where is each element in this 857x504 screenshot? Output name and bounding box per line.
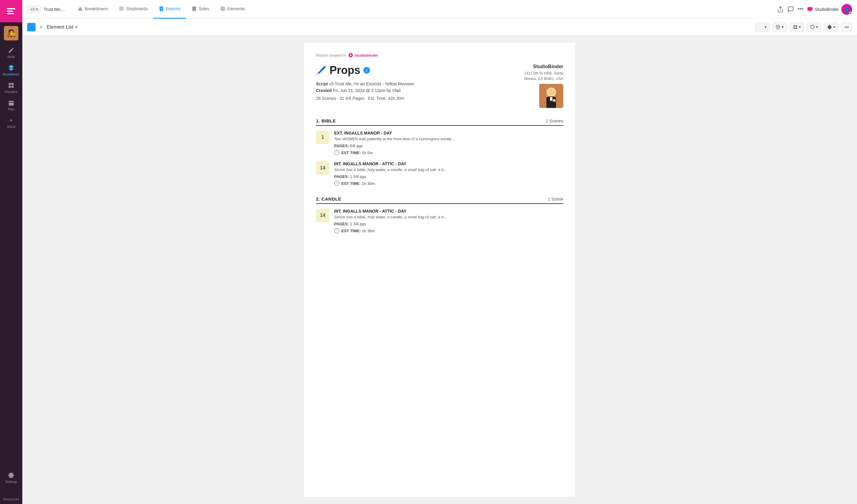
content-area: Report created in studiobinder 🖊️ Props … (22, 36, 857, 504)
toolbar-color-swatch (27, 23, 36, 31)
company-name: StudioBinder (503, 64, 563, 69)
tab-sides[interactable]: Sides (186, 0, 215, 19)
toolbar-left: ✦ Element List ▾ (27, 23, 78, 31)
svg-rect-2 (7, 13, 14, 14)
company-logo (539, 84, 563, 108)
scene-content: INT. INGALLS MANOR - ATTIC - DAYSimon ha… (334, 209, 563, 233)
section-count: 1 Scene (548, 197, 563, 201)
tab-breakdowns[interactable]: Breakdowns (72, 0, 113, 19)
scene-name: INT. INGALLS MANOR - ATTIC - DAY (334, 161, 563, 166)
svg-point-7 (10, 119, 12, 121)
top-nav-right: ••• StudioBinder 👤 (777, 4, 852, 15)
toolbar: ✦ Element List ▾ ▾ ▾ ▾ ▾ (22, 19, 857, 36)
report-stats: 28 Scenes · 31 4/8 Pages · Est. Time: 42… (316, 96, 503, 101)
user-avatar[interactable]: 👤 (841, 4, 852, 15)
toolbar-list-view-btn[interactable]: ▾ (755, 23, 770, 32)
toolbar-settings-btn[interactable]: ▾ (824, 23, 839, 32)
sidebar-item-breakdown[interactable]: Breakdown (0, 62, 22, 79)
svg-point-20 (777, 26, 778, 27)
sidebar: 🧑‍🎤 Write Breakdown Visualize Plan Shoot… (0, 0, 22, 504)
sidebar-item-plan[interactable]: Plan (0, 97, 22, 114)
scene-item: 14INT. INGALLS MANOR - ATTIC - DAYSimon … (316, 161, 563, 186)
report-created-meta: Created Fri, Jun 21, 2024 @ 2:12pm by Vl… (316, 88, 503, 93)
section-count: 2 Scenes (546, 119, 563, 123)
section-title: 2. CANDLE (316, 196, 341, 201)
toolbar-shield-btn[interactable]: ▾ (807, 23, 821, 32)
report-section: 2. CANDLE1 Scene14INT. INGALLS MANOR - A… (316, 193, 563, 233)
svg-rect-3 (9, 101, 14, 106)
nav-tabs: Breakdowns Stripboards Reports Sides Ele… (72, 0, 775, 19)
svg-rect-21 (793, 25, 795, 27)
scene-description: Simon has a bible, holy water, a candle,… (334, 167, 563, 172)
main-area: v3 ▾ Trust Me,... Breakdowns Stripboards… (22, 0, 857, 504)
report-card: Report created in studiobinder 🖊️ Props … (304, 43, 575, 497)
report-section: 1. BIBLE2 Scenes1EXT. INGALLS MANOR - DA… (316, 115, 563, 186)
sidebar-item-visualize[interactable]: Visualize (0, 79, 22, 97)
scene-name: INT. INGALLS MANOR - ATTIC - DAY (334, 209, 563, 214)
scene-est-time: EST TIME: 1h 30m (334, 228, 563, 233)
report-created: Report created in studiobinder (316, 52, 563, 58)
app-logo[interactable] (0, 0, 22, 22)
company-address: 1411 5th St #406, Santa Monica, CA 90401… (503, 71, 563, 81)
sidebar-item-shoot[interactable]: Shoot (0, 114, 22, 132)
scene-number: 14 (316, 209, 329, 222)
studiobinder-logo-inline: studiobinder (348, 52, 379, 58)
svg-rect-22 (796, 25, 797, 27)
user-section: StudioBinder 👤 (807, 4, 852, 15)
svg-rect-30 (550, 97, 552, 101)
tab-reports[interactable]: Reports (153, 0, 186, 19)
online-indicator (849, 12, 852, 15)
scene-pages: PAGES: 6/8 pgs (334, 144, 563, 148)
scene-item: 14INT. INGALLS MANOR - ATTIC - DAYSimon … (316, 209, 563, 233)
toolbar-diamond-icon: ✦ (38, 23, 44, 31)
scene-number: 1 (316, 131, 329, 144)
project-avatar[interactable]: 🧑‍🎤 (4, 26, 18, 40)
sidebar-item-settings[interactable]: Settings (0, 469, 22, 487)
sidebar-item-resources[interactable]: Resources (0, 487, 22, 504)
tab-stripboards[interactable]: Stripboards (113, 0, 153, 19)
scene-content: EXT. INGALLS MANOR - DAYTwo WOMEN wait p… (334, 131, 563, 155)
toolbar-right: ▾ ▾ ▾ ▾ ▾ ••• (755, 23, 852, 32)
toolbar-grid-btn[interactable]: ▾ (789, 23, 804, 32)
report-title: 🖊️ Props i (316, 64, 503, 77)
toolbar-location-btn[interactable]: ▾ (772, 23, 787, 32)
svg-rect-23 (793, 28, 795, 29)
svg-rect-1 (7, 11, 13, 12)
top-nav: v3 ▾ Trust Me,... Breakdowns Stripboards… (22, 0, 857, 19)
scene-pages: PAGES: 1 3/8 pgs (334, 174, 563, 179)
svg-point-29 (548, 89, 554, 95)
report-company: StudioBinder 1411 5th St #406, Santa Mon… (503, 64, 563, 108)
scene-item: 1EXT. INGALLS MANOR - DAYTwo WOMEN wait … (316, 131, 563, 155)
clock-icon (334, 228, 339, 233)
sidebar-item-write[interactable]: Write (0, 44, 22, 62)
svg-rect-11 (119, 10, 124, 10)
scene-name: EXT. INGALLS MANOR - DAY (334, 131, 563, 135)
version-badge[interactable]: v3 ▾ (27, 5, 41, 13)
toolbar-more-btn[interactable]: ••• (841, 23, 852, 32)
svg-point-31 (553, 99, 556, 102)
scene-content: INT. INGALLS MANOR - ATTIC - DAYSimon ha… (334, 161, 563, 186)
sections-container: 1. BIBLE2 Scenes1EXT. INGALLS MANOR - DA… (316, 115, 563, 233)
scene-number: 14 (316, 161, 329, 175)
svg-rect-10 (119, 9, 124, 9)
section-header: 1. BIBLE2 Scenes (316, 115, 563, 126)
svg-rect-24 (796, 28, 797, 29)
svg-rect-16 (192, 7, 196, 11)
scene-description: Simon has a bible, holy water, a candle,… (334, 215, 563, 219)
svg-rect-0 (7, 8, 15, 9)
report-script-meta: Script v3 Trust Me, I'm an Exorcist - Ye… (316, 81, 503, 86)
user-brand: StudioBinder (807, 6, 839, 12)
project-name: Trust Me,... (44, 7, 65, 12)
scene-est-time: EST TIME: 1h 30m (334, 181, 563, 186)
share-icon[interactable] (777, 6, 784, 13)
scene-pages: PAGES: 1 3/8 pgs (334, 222, 563, 226)
section-title: 1. BIBLE (316, 118, 336, 123)
tab-elements[interactable]: Elements (215, 0, 250, 19)
svg-marker-8 (78, 7, 83, 11)
more-icon[interactable]: ••• (797, 6, 803, 12)
info-icon[interactable]: i (363, 67, 370, 73)
svg-rect-19 (807, 7, 812, 11)
toolbar-title: Element List ▾ (47, 24, 78, 30)
comment-icon[interactable] (787, 6, 794, 13)
clock-icon (334, 150, 339, 155)
